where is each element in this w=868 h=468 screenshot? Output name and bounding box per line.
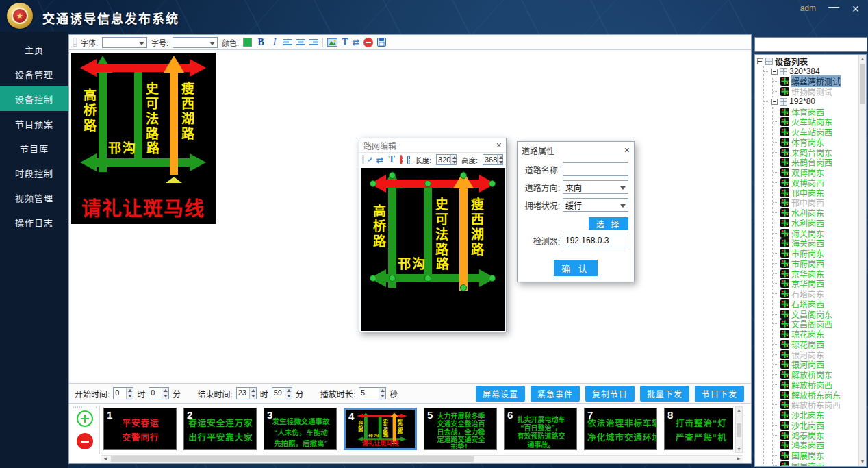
text-tool-icon[interactable]: T — [342, 37, 348, 48]
schedule-buttons: 屏幕设置紧急事件复制节目批量下发节目下发 — [476, 386, 744, 402]
program-thumb-3[interactable]: 3发生轻微交通事故“人未伤，车能动先拍照，后撤离” — [264, 408, 337, 450]
italic-button[interactable]: I — [270, 37, 279, 48]
sidebar-item-3[interactable]: 设备控制 — [0, 86, 68, 111]
collapse-icon[interactable] — [771, 99, 778, 105]
scroll-right-icon[interactable]: ► — [736, 456, 741, 463]
schedule-action-button-5[interactable]: 节目下发 — [695, 386, 744, 402]
strip-vertical-scrollbar[interactable]: ▲▼ — [735, 406, 743, 453]
sidebar-item-8[interactable]: 操作日志 — [0, 210, 68, 234]
schedule-action-button-2[interactable]: 紧急事件 — [531, 386, 580, 402]
road-direction-select[interactable]: 来向 — [563, 180, 628, 194]
roadnet-handle[interactable] — [390, 275, 396, 282]
close-icon[interactable]: × — [849, 2, 863, 16]
program-thumb-1[interactable]: 1平安春运交警同行 — [103, 408, 177, 450]
led-preview[interactable]: 高桥路史可法路瘦西湖路邗沟路 请礼让斑马线 — [71, 53, 216, 224]
spinner-up-icon[interactable] — [451, 155, 456, 160]
strip-horizontal-scrollbar[interactable]: ◄► — [101, 455, 743, 463]
remove-program-button[interactable] — [77, 433, 93, 449]
congestion-select[interactable]: 缓行 — [563, 198, 628, 212]
detector-input[interactable] — [565, 236, 626, 245]
start-minute-stepper[interactable]: 0 — [149, 387, 169, 399]
device-group-192*80[interactable]: 192*80 — [789, 97, 815, 106]
roadnet-handle[interactable] — [489, 275, 496, 282]
length-stepper[interactable]: 320 — [436, 154, 457, 165]
roadnet-handle[interactable] — [461, 285, 467, 291]
start-hour-stepper[interactable]: 0 — [113, 387, 133, 399]
save-icon[interactable] — [407, 156, 410, 164]
road-name-input[interactable] — [565, 164, 626, 174]
height-stepper[interactable]: 368 — [483, 154, 503, 165]
end-minute-stepper[interactable]: 59 — [272, 387, 292, 399]
scroll-up-icon[interactable]: ▲ — [859, 56, 866, 62]
confirm-button[interactable]: 确 认 — [554, 260, 598, 276]
add-program-button[interactable] — [77, 410, 93, 427]
sidebar-item-1[interactable]: 主页 — [0, 37, 68, 62]
align-right-icon[interactable] — [309, 38, 318, 46]
program-number: 5 — [427, 409, 433, 421]
props-dialog-titlebar[interactable]: 道路属性 × — [518, 142, 634, 158]
schedule-action-button-1[interactable]: 屏幕设置 — [476, 386, 525, 402]
sidebar-item-2[interactable]: 设备管理 — [0, 62, 68, 86]
spinner-down-icon[interactable] — [498, 160, 502, 164]
sidebar-item-4[interactable]: 节目预案 — [0, 111, 68, 136]
collapse-icon[interactable] — [771, 69, 778, 75]
roadnet-handle[interactable] — [425, 181, 431, 187]
size-select[interactable] — [173, 37, 218, 48]
save-icon[interactable] — [377, 38, 386, 47]
align-left-icon[interactable] — [283, 38, 292, 46]
sidebar: 主页设备管理设备控制节目预案节目库时段控制视频管理操作日志 — [0, 32, 68, 468]
roadnet-handle[interactable] — [390, 173, 396, 179]
device-item[interactable]: 国展岗西 — [791, 460, 824, 467]
scroll-down-icon[interactable]: ▼ — [859, 458, 866, 465]
program-thumb-4[interactable]: 4高桥路史可法路瘦西湖路邗沟路请礼让斑马线 — [344, 408, 417, 450]
roadnet-dialog-titlebar[interactable]: 路网编辑 × — [359, 138, 506, 152]
close-icon[interactable]: × — [496, 140, 502, 150]
draw-line-icon[interactable] — [369, 158, 372, 161]
roadnet-handle[interactable] — [370, 181, 376, 187]
road-arrows-icon[interactable]: ⇄ — [376, 156, 384, 164]
color-swatch[interactable] — [243, 38, 252, 47]
minimize-icon[interactable]: — — [827, 1, 841, 13]
program-thumb-6[interactable]: 6扎实开展电动车“百日整治”，有效预防道路交通事故。 — [504, 408, 577, 450]
tree-scrollbar[interactable]: ▲▼ — [858, 55, 866, 466]
device-group-320*384[interactable]: 320*384 — [789, 66, 820, 76]
scroll-left-icon[interactable]: ◄ — [103, 456, 108, 463]
bold-button[interactable]: B — [256, 37, 266, 48]
end-hour-stepper[interactable]: 23 — [236, 387, 257, 399]
program-thumb-7[interactable]: 7依法治理非标车辆净化城市交通环境 — [584, 408, 657, 450]
roadnet-edit-canvas[interactable]: 高桥路史可法路瘦西湖路邗沟路 — [361, 168, 505, 331]
toolbar-grip-handle[interactable] — [362, 155, 364, 164]
spinner-down-icon[interactable] — [451, 160, 456, 164]
schedule-action-button-3[interactable]: 复制节目 — [585, 386, 635, 402]
schedule-action-button-4[interactable]: 批量下发 — [640, 386, 689, 402]
align-center-icon[interactable] — [296, 38, 305, 46]
duration-stepper[interactable]: 5 — [359, 387, 386, 399]
toolbar-grip-handle[interactable] — [73, 38, 77, 47]
sidebar-item-7[interactable]: 视频管理 — [0, 185, 68, 210]
roadnet-handle[interactable] — [461, 173, 467, 179]
sidebar-item-5[interactable]: 节目库 — [0, 136, 68, 160]
image-icon[interactable] — [327, 38, 337, 47]
program-thumb-2[interactable]: 2春运安全连万家出行平安靠大家 — [183, 408, 257, 450]
roadnet-handle[interactable] — [425, 275, 431, 282]
editor-canvas[interactable]: 高桥路史可法路瘦西湖路邗沟路 请礼让斑马线 路网编辑 × ⇄ T 长度: 320… — [69, 50, 751, 383]
scroll-down-icon[interactable]: ▼ — [736, 446, 742, 452]
roadnet-tool-icon[interactable]: ⇄ — [353, 38, 360, 47]
text-tool-icon[interactable]: T — [389, 154, 395, 165]
sidebar-item-6[interactable]: 时段控制 — [0, 160, 68, 185]
close-icon[interactable]: × — [624, 145, 630, 155]
delete-icon[interactable] — [363, 38, 373, 47]
program-thumb-5[interactable]: 5大力开展秋冬季交通安全整治百日会战，全力稳定道路交通安全形势！ — [424, 408, 497, 450]
spinner-up-icon[interactable] — [498, 155, 502, 160]
collapse-icon[interactable] — [757, 58, 763, 64]
device-search-input[interactable] — [754, 37, 867, 52]
delete-icon[interactable] — [400, 155, 403, 164]
device-tree[interactable]: 设备列表320*384螺丝湾桥测试维扬岗测试192*80体育岗西火车站岗东火车站… — [754, 54, 867, 467]
font-select[interactable] — [102, 37, 147, 48]
roadnet-handle[interactable] — [370, 275, 376, 282]
device-item[interactable]: 维扬岗测试 — [791, 86, 832, 97]
roadnet-handle[interactable] — [489, 181, 496, 187]
select-button[interactable]: 选 择 — [589, 217, 628, 230]
scroll-up-icon[interactable]: ▲ — [736, 407, 742, 413]
program-thumb-8[interactable]: 8打击整治“灯严查严惩“机 — [664, 408, 733, 450]
